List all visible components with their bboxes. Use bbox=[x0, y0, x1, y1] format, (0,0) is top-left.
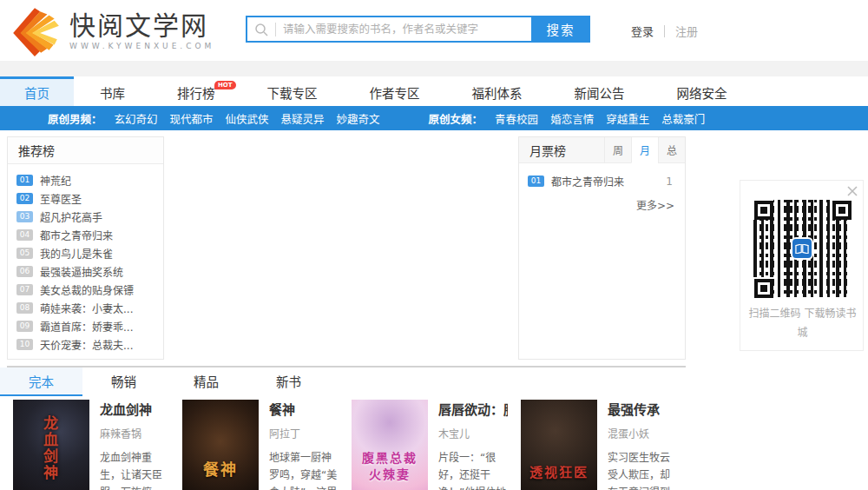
monthly-header: 月票榜 周 月 总 bbox=[519, 137, 685, 163]
books-tab-bar: 完本 畅销 精品 新书 bbox=[0, 368, 686, 396]
cat-link-romance[interactable]: 婚恋言情 bbox=[550, 110, 594, 127]
nav-tab-downloads[interactable]: 下载专区 bbox=[241, 76, 344, 106]
cat-link-xuanhuan[interactable]: 玄幻奇幻 bbox=[115, 110, 158, 127]
rank-badge: 02 bbox=[16, 193, 33, 204]
ticket-count: 1 bbox=[666, 175, 676, 188]
recommend-item[interactable]: 03 超凡护花高手 bbox=[16, 208, 163, 226]
recommend-list: 01 神荒纪 02 至尊医圣 03 超凡护花高手 04 都市之青帝归来 05 我… bbox=[8, 164, 163, 354]
book-desc: 地球第一厨神罗鸣，穿越“美食大陆”。这里的“美食”相当于“丹药”，这里... bbox=[269, 449, 340, 490]
qr-finder bbox=[753, 199, 773, 220]
book-author[interactable]: 木宝儿 bbox=[438, 426, 508, 440]
book-title[interactable]: 最强传承 bbox=[608, 400, 677, 418]
book-desc: 龙血剑神重生，让诸天臣服、万族俯首。剑光所处，无与争锋！踏天穹，扫破... bbox=[100, 449, 171, 490]
tab-bestseller[interactable]: 畅销 bbox=[82, 368, 165, 396]
changdu-app-icon bbox=[791, 237, 813, 260]
recommend-item[interactable]: 09 霸道首席：娇妻乖... bbox=[16, 317, 163, 335]
recommend-item[interactable]: 04 都市之青帝归来 bbox=[16, 226, 163, 244]
book-cover: 餐神 畅读书城 bbox=[182, 400, 259, 490]
book-desc: 实习医生牧云受人欺压，却在无意间得到医圣透视传承，从此豪宅、财富、美女... bbox=[608, 449, 679, 490]
qr-caption: 扫描二维码 下载畅读书城 bbox=[746, 304, 859, 342]
recommend-item[interactable]: 05 我的鸟儿是朱雀 bbox=[16, 244, 163, 262]
book-card[interactable]: 龙血剑神 畅读书城 龙血剑神 麻辣香锅 龙血剑神重生，让诸天臣服、万族俯首。剑光… bbox=[13, 400, 169, 490]
rank-badge: 06 bbox=[16, 266, 33, 277]
monthly-item[interactable]: 01 都市之青帝归来 1 bbox=[519, 163, 685, 189]
cat-link-rebirth[interactable]: 穿越重生 bbox=[606, 110, 649, 127]
rank-badge: 04 bbox=[16, 229, 33, 241]
category-bar: 原创男频： 玄幻奇幻 现代都市 仙侠武侠 悬疑灵异 妙趣奇文 原创女频： 青春校… bbox=[0, 106, 868, 130]
recommend-item[interactable]: 06 最强装逼抽奖系统 bbox=[16, 262, 163, 281]
monthly-tab-week[interactable]: 周 bbox=[604, 137, 631, 163]
rank-badge: 10 bbox=[16, 339, 33, 350]
qr-download-panel: 扫描二维码 下载畅读书城 bbox=[740, 180, 864, 351]
book-author[interactable]: 阿拉丁 bbox=[269, 426, 339, 440]
nav-tab-security[interactable]: 网络安全 bbox=[651, 76, 753, 106]
recommend-item[interactable]: 08 萌娃来袭：小妻太... bbox=[16, 299, 163, 317]
qr-finder bbox=[831, 199, 852, 220]
search-button[interactable]: 搜索 bbox=[531, 16, 590, 43]
page: 快阅文学网 WWW.KYWENXUE.COM 搜索 登录 注册 首页 bbox=[0, 0, 868, 490]
nav-tab-library[interactable]: 书库 bbox=[74, 76, 151, 106]
monthly-more-link[interactable]: 更多>> bbox=[519, 189, 685, 212]
cat-link-mystery[interactable]: 悬疑灵异 bbox=[281, 110, 325, 127]
monthly-tab-month[interactable]: 月 bbox=[631, 137, 658, 163]
male-channel-label: 原创男频： bbox=[48, 110, 102, 127]
book-title[interactable]: 唇唇欲动：腹... bbox=[438, 400, 508, 418]
auth-divider bbox=[664, 25, 665, 37]
rank-badge: 09 bbox=[16, 321, 33, 332]
book-info: 餐神 阿拉丁 地球第一厨神罗鸣，穿越“美食大陆”。这里的“美食”相当于“丹药”，… bbox=[269, 400, 339, 490]
recommend-title: 推荐榜 bbox=[8, 137, 163, 164]
recommend-item[interactable]: 07 美女总裁的贴身保镖 bbox=[16, 281, 163, 299]
search-box[interactable] bbox=[246, 16, 531, 43]
book-card-grid: 龙血剑神 畅读书城 龙血剑神 麻辣香锅 龙血剑神重生，让诸天臣服、万族俯首。剑光… bbox=[0, 400, 686, 490]
site-logo[interactable]: 快阅文学网 WWW.KYWENXUE.COM bbox=[9, 3, 214, 57]
nav-tab-news[interactable]: 新闻公告 bbox=[549, 76, 651, 106]
nav-tab-home[interactable]: 首页 bbox=[0, 76, 74, 106]
rank-badge: 05 bbox=[16, 248, 33, 259]
book-card[interactable]: 腹黑总裁 火辣妻 畅读书城 唇唇欲动：腹... 木宝儿 片段一：“很好，还挺干净… bbox=[352, 400, 508, 490]
qr-finder bbox=[753, 277, 773, 298]
recommend-item[interactable]: 02 至尊医圣 bbox=[16, 189, 163, 208]
recommend-panel: 推荐榜 01 神荒纪 02 至尊医圣 03 超凡护花高手 04 都市之青帝归来 … bbox=[7, 136, 164, 360]
book-card[interactable]: 餐神 畅读书城 餐神 阿拉丁 地球第一厨神罗鸣，穿越“美食大陆”。这里的“美食”… bbox=[182, 400, 339, 490]
cat-link-urban[interactable]: 现代都市 bbox=[170, 110, 214, 127]
logo-text: 快阅文学网 WWW.KYWENXUE.COM bbox=[69, 11, 214, 50]
search-icon bbox=[254, 23, 268, 36]
rank-badge: 03 bbox=[16, 211, 33, 222]
tab-new[interactable]: 新书 bbox=[247, 368, 330, 396]
tab-finished[interactable]: 完本 bbox=[0, 368, 82, 396]
book-info: 唇唇欲动：腹... 木宝儿 片段一：“很好，还挺干净！”他捏住她纤细的下巴，犹如… bbox=[438, 400, 508, 490]
cat-link-fun[interactable]: 妙趣奇文 bbox=[337, 110, 380, 127]
book-cover: 腹黑总裁 火辣妻 畅读书城 bbox=[352, 400, 428, 490]
search-divider bbox=[275, 23, 276, 36]
book-title[interactable]: 龙血剑神 bbox=[100, 400, 169, 418]
cat-link-wuxia[interactable]: 仙侠武侠 bbox=[226, 110, 269, 127]
monthly-ticket-panel: 月票榜 周 月 总 01 都市之青帝归来 1 更多>> bbox=[518, 136, 686, 360]
login-link[interactable]: 登录 bbox=[631, 23, 654, 39]
site-title: 快阅文学网 bbox=[69, 11, 214, 40]
book-info: 龙血剑神 麻辣香锅 龙血剑神重生，让诸天臣服、万族俯首。剑光所处，无与争锋！踏天… bbox=[100, 400, 169, 490]
close-icon[interactable] bbox=[845, 184, 859, 198]
main-nav: 首页 书库 排行榜 HOT 下载专区 作者专区 福利体系 新闻公告 网络安全 bbox=[0, 76, 868, 106]
book-title[interactable]: 餐神 bbox=[269, 400, 339, 418]
nav-tab-welfare[interactable]: 福利体系 bbox=[446, 76, 549, 106]
register-link[interactable]: 注册 bbox=[675, 23, 698, 39]
search-bar: 搜索 bbox=[246, 16, 590, 43]
rank-badge: 07 bbox=[16, 284, 33, 295]
book-author[interactable]: 混蛋小妖 bbox=[608, 426, 677, 440]
nav-tab-authors[interactable]: 作者专区 bbox=[344, 76, 446, 106]
recommend-item[interactable]: 10 天价宠妻：总裁夫... bbox=[16, 335, 163, 354]
search-input[interactable] bbox=[283, 23, 524, 36]
monthly-tab-total[interactable]: 总 bbox=[658, 137, 685, 163]
book-card[interactable]: 透视狂医 畅读书城 最强传承 混蛋小妖 实习医生牧云受人欺压，却在无意间得到医圣… bbox=[521, 400, 677, 490]
book-desc: 片段一：“很好，还挺干净！”他捏住她纤细的下巴，犹如地狱般冰冷的声音萦... bbox=[438, 449, 510, 490]
nav-tab-ranking[interactable]: 排行榜 HOT bbox=[151, 76, 241, 106]
rank-badge: 01 bbox=[528, 175, 544, 187]
cat-link-ceo[interactable]: 总裁豪门 bbox=[661, 110, 705, 127]
hot-badge: HOT bbox=[214, 81, 236, 89]
site-header: 快阅文学网 WWW.KYWENXUE.COM 搜索 登录 注册 bbox=[0, 0, 868, 61]
recommend-item[interactable]: 01 神荒纪 bbox=[16, 171, 163, 189]
qr-code bbox=[753, 200, 851, 297]
cat-link-campus[interactable]: 青春校园 bbox=[495, 110, 538, 127]
book-author[interactable]: 麻辣香锅 bbox=[100, 426, 169, 440]
tab-premium[interactable]: 精品 bbox=[165, 368, 247, 396]
